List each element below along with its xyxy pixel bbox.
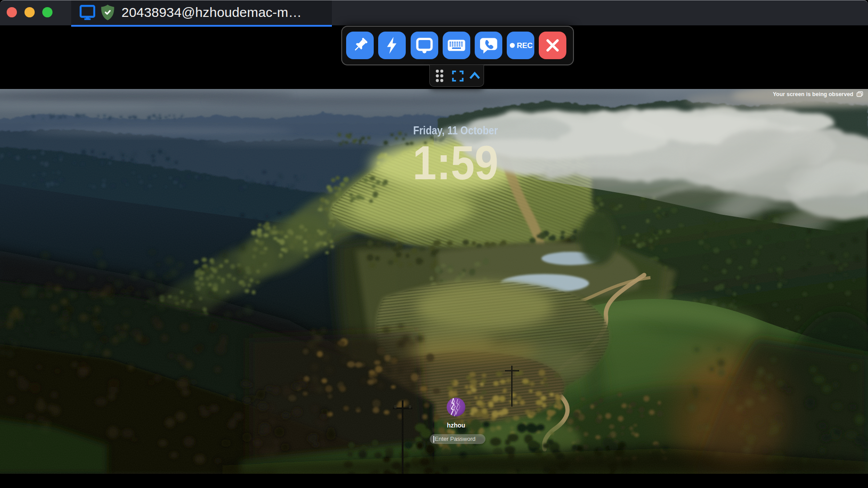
svg-text:REC: REC [517,41,533,50]
